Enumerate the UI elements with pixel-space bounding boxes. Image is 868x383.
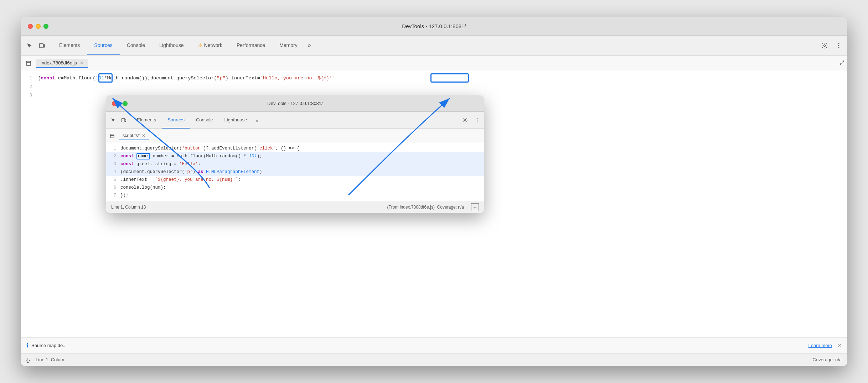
source-map-notification: ℹ Source map de... Learn more ✕ <box>21 337 847 353</box>
inner-more-options-icon[interactable] <box>472 116 482 125</box>
code-line-1: 1 {const e=Math.floor(101*Math.random())… <box>21 71 847 83</box>
coverage-info: Coverage: n/a <box>812 357 842 362</box>
svg-point-4 <box>838 45 839 46</box>
svg-rect-6 <box>26 61 31 65</box>
tab-network[interactable]: ⚠ Network <box>191 36 229 55</box>
code-line-2: 2 <box>21 83 847 91</box>
svg-point-10 <box>477 118 478 119</box>
svg-rect-8 <box>125 119 126 122</box>
tab-performance[interactable]: Performance <box>229 36 272 55</box>
toolbar-icon-group <box>24 40 48 51</box>
svg-point-9 <box>464 119 466 121</box>
more-options-icon[interactable] <box>833 40 844 51</box>
inner-tab-sources[interactable]: Sources <box>162 112 190 128</box>
info-icon: ℹ <box>26 342 29 349</box>
inner-close-light[interactable] <box>112 101 117 106</box>
status-position: Line 1, Colum... <box>36 357 68 362</box>
inner-window-title: DevTools - 127.0.0.1:8081/ <box>267 101 322 106</box>
file-tab-label: index.7808df6e.js <box>41 60 77 65</box>
file-tab-index[interactable]: index.7808df6e.js ✕ <box>36 59 88 68</box>
inner-toolbar-tabs: Elements Sources Console Lighthouse » <box>131 112 460 128</box>
inner-code-line-1: 1 document.querySelector('button')?.addE… <box>106 145 484 152</box>
inner-traffic-lights <box>112 101 128 106</box>
inner-device-icon[interactable] <box>119 116 128 125</box>
svg-point-12 <box>477 121 478 122</box>
inner-code-editor: 1 document.querySelector('button')?.addE… <box>106 143 484 201</box>
collapse-panel-icon[interactable] <box>839 60 844 66</box>
inner-expand-icon[interactable] <box>471 203 479 211</box>
source-map-text: Source map de... <box>31 343 67 348</box>
inner-devtools-window: DevTools - 127.0.0.1:8081/ <box>106 95 484 213</box>
panel-expand-icon[interactable] <box>24 58 33 68</box>
tab-console[interactable]: Console <box>120 36 152 55</box>
toolbar-right-icons <box>819 40 844 51</box>
tab-elements[interactable]: Elements <box>52 36 87 55</box>
inner-code-line-5: 5 .innerText = `${greet}, you are no. ${… <box>106 176 484 184</box>
inner-settings-icon[interactable] <box>460 116 470 125</box>
settings-icon[interactable] <box>819 40 830 51</box>
svg-point-5 <box>838 47 839 48</box>
inner-code-line-2: 2 const num: number = Math.floor(Math.ra… <box>106 152 484 160</box>
inner-panel-icon[interactable] <box>108 132 116 140</box>
inner-toolbar-icons <box>108 116 128 125</box>
window-title: DevTools - 127.0.0.1:8081/ <box>402 23 466 29</box>
inner-tab-console[interactable]: Console <box>190 112 219 128</box>
inner-file-tab-label: script.ts* <box>123 133 140 138</box>
inner-code-line-4: 4 (document.querySelector('p') as HTMLPa… <box>106 168 484 176</box>
bracket-icon: {} <box>26 357 30 363</box>
inner-status-bar: Line 1, Column 13 (From index.7808df6e.j… <box>106 201 484 213</box>
outer-title-bar: DevTools - 127.0.0.1:8081/ <box>21 17 847 36</box>
file-tabs-bar: index.7808df6e.js ✕ <box>21 56 847 71</box>
inner-tab-elements[interactable]: Elements <box>131 112 162 128</box>
network-warning-icon: ⚠ <box>198 42 203 48</box>
svg-point-11 <box>477 120 478 121</box>
toolbar-tabs: Elements Sources Console Lighthouse ⚠ Ne… <box>52 36 819 55</box>
inner-more-tabs[interactable]: » <box>253 117 261 123</box>
source-map-close-button[interactable]: ✕ <box>838 343 842 348</box>
inner-status-source: (From index.7808df6e.js) Coverage: n/a <box>387 205 464 210</box>
inner-tab-lighthouse[interactable]: Lighthouse <box>219 112 253 128</box>
inner-file-tabs-bar: script.ts* ✕ <box>106 129 484 143</box>
tab-sources[interactable]: Sources <box>87 36 119 55</box>
inner-file-tab-close[interactable]: ✕ <box>142 133 145 138</box>
status-bar: {} Line 1, Colum... Coverage: n/a <box>21 353 847 366</box>
close-traffic-light[interactable] <box>28 24 33 29</box>
svg-point-3 <box>838 43 839 44</box>
tab-memory[interactable]: Memory <box>272 36 305 55</box>
inner-toolbar-right <box>460 116 482 125</box>
inner-code-line-3: 3 const greet: string = 'Hello'; <box>106 160 484 168</box>
svg-rect-0 <box>40 43 43 48</box>
learn-more-link[interactable]: Learn more <box>808 343 832 348</box>
inner-maximize-light[interactable] <box>123 101 128 106</box>
inner-status-position: Line 1, Column 13 <box>111 205 146 210</box>
inner-code-line-6: 6 console.log(num); <box>106 184 484 192</box>
inner-code-line-7: 7 }); <box>106 192 484 199</box>
svg-rect-1 <box>43 44 45 47</box>
outer-devtools-window: DevTools - 127.0.0.1:8081/ <box>21 17 847 366</box>
inner-file-tab-script[interactable]: script.ts* ✕ <box>119 132 149 140</box>
device-icon[interactable] <box>36 40 48 51</box>
traffic-lights <box>28 24 48 29</box>
maximize-traffic-light[interactable] <box>43 24 48 29</box>
file-tab-close-button[interactable]: ✕ <box>80 61 83 65</box>
inner-toolbar: Elements Sources Console Lighthouse » <box>106 112 484 129</box>
svg-point-2 <box>824 44 826 46</box>
tab-lighthouse[interactable]: Lighthouse <box>152 36 191 55</box>
inner-inspect-icon[interactable] <box>108 116 118 125</box>
svg-rect-13 <box>110 134 114 137</box>
minimize-traffic-light[interactable] <box>36 24 41 29</box>
svg-rect-7 <box>122 119 124 122</box>
devtools-toolbar: Elements Sources Console Lighthouse ⚠ Ne… <box>21 36 847 56</box>
inspect-icon[interactable] <box>24 40 35 51</box>
inner-title-bar: DevTools - 127.0.0.1:8081/ <box>106 95 484 112</box>
more-tabs-button[interactable]: » <box>305 42 314 49</box>
